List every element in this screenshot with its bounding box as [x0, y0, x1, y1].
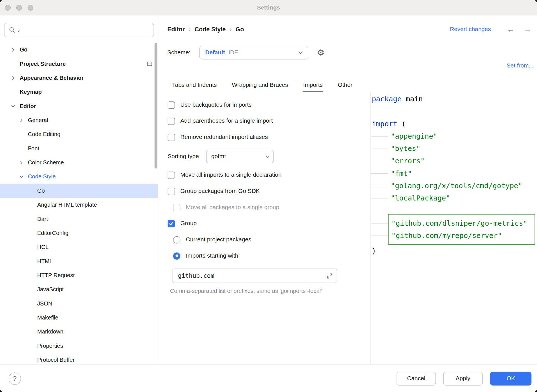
close-button[interactable] — [5, 5, 11, 11]
chevron-down-icon[interactable] — [18, 174, 24, 179]
tab-other[interactable]: Other — [337, 78, 353, 92]
radio-current-project-packages[interactable] — [173, 236, 180, 243]
chevron-spacer — [18, 146, 24, 151]
breadcrumb-code-style[interactable]: Code Style — [195, 26, 226, 33]
forward-arrow-button[interactable]: → — [524, 25, 531, 33]
chevron-spacer — [28, 343, 33, 349]
checkbox-add-parentheses-for-a-single-import[interactable] — [168, 117, 175, 125]
sidebar-item-code-editing[interactable]: Code Editing — [0, 127, 158, 141]
chevron-spacer — [28, 216, 33, 222]
sidebar-item-properties[interactable]: Properties — [0, 339, 158, 353]
zoom-button[interactable] — [27, 5, 33, 11]
sidebar-scrollbar[interactable] — [154, 43, 157, 169]
apply-button[interactable]: Apply — [443, 372, 483, 385]
chevron-right-icon[interactable] — [18, 160, 24, 165]
scheme-select[interactable]: Default IDE — [199, 46, 308, 59]
sidebar-item-go[interactable]: Go — [0, 184, 158, 198]
imports-prefix-input[interactable]: github.com — [172, 269, 337, 283]
sidebar-item-go[interactable]: Go — [0, 43, 158, 57]
header-actions: Revert changes ← → — [450, 25, 531, 33]
checkbox-label: Group packages from Go SDK — [180, 188, 260, 195]
expand-icon[interactable] — [327, 273, 333, 279]
sidebar-item-editorconfig[interactable]: EditorConfig — [0, 226, 158, 240]
chevron-down-icon[interactable] — [10, 103, 16, 109]
sidebar-item-label: HCL — [37, 244, 49, 250]
checkbox-use-backquotes-for-imports[interactable] — [168, 101, 175, 109]
window-title: Settings — [0, 4, 537, 11]
code-token: main — [402, 95, 423, 103]
revert-changes-link[interactable]: Revert changes — [450, 26, 491, 33]
sidebar-item-dart[interactable]: Dart — [0, 212, 158, 226]
breadcrumb: Editor › Code Style › Go — [167, 25, 244, 33]
chevron-right-icon[interactable] — [10, 47, 16, 53]
sidebar-item-javascript[interactable]: JavaScript — [0, 282, 158, 296]
chevron-spacer — [28, 357, 33, 363]
set-from-row: Set from... — [158, 62, 534, 70]
back-arrow-button[interactable]: ← — [507, 25, 515, 33]
minimize-button[interactable] — [16, 5, 22, 11]
search-input[interactable] — [4, 23, 154, 37]
checkbox-row-group: Group — [168, 218, 370, 229]
import-line: "golang.org/x/tools/cmd/gotype" — [371, 179, 537, 192]
sidebar-item-markdown[interactable]: Markdown — [0, 325, 158, 339]
sidebar-item-appearance-behavior[interactable]: Appearance & Behavior — [0, 71, 158, 85]
ok-button[interactable]: OK — [490, 372, 531, 385]
sidebar-item-protocol-buffer[interactable]: Protocol Buffer — [0, 353, 158, 365]
sidebar-item-general[interactable]: General — [0, 113, 158, 127]
sidebar-item-keymap[interactable]: Keymap — [0, 85, 158, 99]
import-string: "github.com/dlsniper/go-metrics" — [391, 219, 527, 227]
sidebar-item-code-style[interactable]: Code Style — [0, 170, 158, 184]
tab-tabs-and-indents[interactable]: Tabs and Indents — [172, 78, 217, 92]
sidebar-item-hcl[interactable]: HCL — [0, 240, 158, 254]
chevron-right-icon[interactable] — [10, 75, 16, 81]
checkbox-remove-redundant-import-aliases[interactable] — [168, 134, 175, 141]
radio-imports-starting-with[interactable] — [173, 252, 180, 260]
code-blank-line — [371, 204, 537, 214]
import-string: "appengine" — [391, 132, 438, 140]
tab-imports[interactable]: Imports — [302, 78, 323, 92]
breadcrumb-editor[interactable]: Editor — [167, 26, 185, 33]
sidebar-item-label: HTTP Request — [37, 272, 75, 279]
scheme-settings-button[interactable]: ⚙ — [317, 48, 324, 57]
sidebar-item-makefile[interactable]: Makefile — [0, 311, 158, 325]
checkbox-move-all-packages-to-a-single-group[interactable] — [173, 204, 180, 211]
import-string: "localPackage" — [391, 194, 450, 202]
chevron-spacer — [28, 329, 33, 335]
sidebar-item-editor[interactable]: Editor — [0, 99, 158, 113]
settings-tree: GoProject StructureAppearance & Behavior… — [0, 43, 158, 365]
sidebar-item-label: Color Scheme — [28, 159, 64, 166]
sidebar-item-angular-html-template[interactable]: Angular HTML template — [0, 198, 158, 212]
sorting-type-select[interactable]: gofmt — [206, 150, 274, 163]
code-line: package main — [371, 93, 537, 105]
tab-wrapping-and-braces[interactable]: Wrapping and Braces — [231, 78, 289, 92]
sidebar-item-label: Appearance & Behavior — [20, 75, 84, 81]
settings-sidebar: GoProject StructureAppearance & Behavior… — [0, 15, 158, 365]
breadcrumb-go[interactable]: Go — [236, 26, 244, 33]
sidebar-item-http-request[interactable]: HTTP Request — [0, 268, 158, 282]
code-token: import — [372, 120, 397, 128]
help-button[interactable]: ? — [9, 372, 21, 385]
import-line: "bytes" — [371, 142, 537, 155]
sidebar-item-label: Dart — [37, 216, 48, 222]
chevron-spacer — [18, 132, 24, 137]
sidebar-item-label: Angular HTML template — [37, 202, 97, 208]
radio-label: Current project packages — [186, 236, 251, 243]
traffic-lights — [5, 5, 33, 11]
sorting-type-value: gofmt — [211, 153, 226, 160]
chevron-right-icon[interactable] — [18, 117, 24, 123]
sidebar-item-project-structure[interactable]: Project Structure — [0, 57, 158, 71]
input-value: github.com — [178, 272, 214, 279]
sidebar-item-json[interactable]: JSON — [0, 297, 158, 311]
set-from-link[interactable]: Set from... — [506, 62, 533, 70]
sidebar-item-html[interactable]: HTML — [0, 254, 158, 268]
sidebar-item-label: Code Editing — [28, 131, 60, 137]
sidebar-item-color-scheme[interactable]: Color Scheme — [0, 155, 158, 169]
checkbox-move-all-imports-to-a-single-declaration[interactable] — [168, 171, 175, 179]
checkbox-group-packages-from-go-sdk[interactable] — [168, 188, 175, 195]
code-preview-panel: package mainimport ("appengine""bytes""e… — [371, 92, 537, 365]
scheme-value: Default — [205, 49, 225, 56]
code-line: import ( — [371, 118, 537, 130]
checkbox-group[interactable] — [168, 220, 175, 227]
cancel-button[interactable]: Cancel — [397, 372, 436, 385]
sidebar-item-font[interactable]: Font — [0, 141, 158, 155]
